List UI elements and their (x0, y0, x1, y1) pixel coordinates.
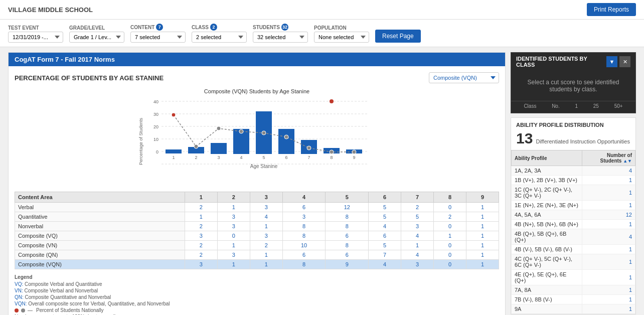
ability-profile-label: 7B (V-), 8B (V-) (512, 295, 582, 304)
grade-level-select[interactable]: Grade 1 / Lev... (69, 32, 124, 43)
table-cell: 0 (217, 231, 250, 241)
ability-profile-count: 1 (582, 254, 635, 270)
right-panel: IDENTIFIED STUDENTS BY CLASS ▼ ✕ Select … (511, 52, 636, 315)
table-cell: 4 (401, 231, 434, 241)
ability-profile-count: 1 (582, 285, 635, 295)
students-badge: 32 (281, 24, 288, 31)
table-cell: 1 (250, 222, 282, 231)
col-50plus: 50+ (614, 103, 623, 109)
ability-table: Ability Profile Number of Students ▲▼ 1A… (511, 150, 635, 314)
ability-profile-label: 4B (Q+), 5B (Q+), 6B (Q+) (512, 229, 582, 245)
col-no: No. (552, 103, 560, 109)
svg-text:2: 2 (195, 155, 197, 160)
table-cell: 1 (250, 250, 282, 260)
table-cell: 8 (326, 241, 369, 250)
col-header-content: Content Area (15, 192, 185, 203)
list-item: 1B (V+), 2B (V+), 3B (V+)1 (512, 176, 635, 185)
table-row-label: Composite (VQ) (15, 231, 185, 241)
ability-profile-label: 4B (V-), 5B (V-), 6B (V-) (512, 245, 582, 254)
class-label: CLASS 2 (192, 24, 247, 31)
ability-profile-count: 12 (582, 210, 635, 220)
class-filter: CLASS 2 2 selected (192, 24, 247, 43)
list-item: 4A, 5A, 6A12 (512, 210, 635, 220)
class-select[interactable]: 2 selected (192, 32, 247, 43)
chart-dropdown[interactable]: Composite (VQN) Verbal Quantitative Nonv… (429, 72, 499, 83)
content-label: CONTENT 7 (130, 24, 186, 31)
svg-text:3: 3 (217, 155, 220, 160)
table-cell: 2 (185, 250, 217, 260)
table-cell: 8 (282, 222, 326, 231)
students-select[interactable]: 32 selected (253, 32, 308, 43)
svg-point-34 (239, 129, 243, 133)
table-cell: 1 (466, 203, 499, 212)
table-cell: 6 (282, 203, 326, 212)
panel-title: CogAT Form 7 - Fall 2017 Norms (9, 53, 505, 66)
col-1: 1 (575, 103, 578, 109)
legend-title: Legend (15, 274, 499, 280)
ability-profile-count: 1 (582, 185, 635, 201)
ability-count: 13 Differentiated Instruction Opportunit… (516, 130, 630, 147)
ability-profile-count: 1 (582, 304, 635, 314)
svg-text:9: 9 (353, 155, 355, 160)
school-name: VILLAGE MIDDLE SCHOOL (8, 6, 93, 14)
ability-profile-label: 4E (Q+), 5E (Q+), 6E (Q+) (512, 270, 582, 285)
table-cell: 3 (185, 260, 217, 269)
table-cell: 6 (369, 231, 401, 241)
svg-text:0: 0 (156, 149, 158, 154)
col-header-9: 9 (466, 192, 499, 203)
legend-line: — Percent of Students Nationally (15, 307, 104, 313)
table-row-label: Composite (QN) (15, 250, 185, 260)
table-cell: 3 (401, 222, 434, 231)
ability-panel: ABILITY PROFILE DISTRIBUTION 13 Differen… (511, 117, 636, 314)
table-cell: 4 (401, 250, 434, 260)
list-item: 4B (N+), 5B (N+), 6B (N+)1 (512, 220, 635, 229)
ability-profile-count: 1 (582, 220, 635, 229)
table-cell: 1 (466, 222, 499, 231)
identified-body: Select a cut score to see identified stu… (511, 71, 635, 101)
table-cell: 3 (217, 250, 250, 260)
legend-item-vn: VN: Composite Verbal and Nonverbal (15, 288, 499, 293)
ability-profile-count: 4 (582, 229, 635, 245)
print-reports-button[interactable]: Print Reports (587, 3, 636, 16)
table-cell: 6 (326, 231, 369, 241)
table-cell: 0 (434, 250, 466, 260)
close-icon-button[interactable]: ✕ (619, 56, 630, 67)
ability-profile-label: 1A, 2A, 3A (512, 166, 582, 176)
ability-desc: Differentiated Instruction Opportunities (536, 138, 630, 144)
test-event-label: TEST EVENT (8, 25, 63, 31)
reset-page-button[interactable]: Reset Page (375, 30, 421, 43)
content-select[interactable]: 7 selected (130, 32, 186, 43)
filter-icon-button[interactable]: ▼ (606, 56, 617, 67)
table-cell: 9 (326, 260, 369, 269)
top-bar: VILLAGE MIDDLE SCHOOL Print Reports (0, 0, 644, 20)
svg-point-40 (330, 99, 334, 103)
table-cell: 2 (185, 241, 217, 250)
table-cell: 0 (434, 203, 466, 212)
table-row-label: Nonverbal (15, 222, 185, 231)
students-filter: STUDENTS 32 32 selected (253, 24, 308, 43)
table-cell: 2 (185, 203, 217, 212)
table-cell: 0 (434, 222, 466, 231)
test-event-filter: TEST EVENT 12/31/2019 -... (8, 25, 63, 43)
col-25: 25 (593, 103, 599, 109)
svg-rect-14 (211, 143, 227, 154)
table-cell: 7 (369, 250, 401, 260)
svg-point-36 (284, 135, 288, 139)
population-label: POPULATION (314, 25, 369, 31)
population-select[interactable]: None selected (314, 32, 369, 43)
filter-bar: TEST EVENT 12/31/2019 -... GRADE/LEVEL G… (0, 20, 644, 47)
table-cell: 5 (369, 212, 401, 222)
svg-text:20: 20 (153, 124, 158, 129)
list-item: 1E (N+), 2E (N+), 3E (N+)1 (512, 201, 635, 210)
table-cell: 5 (369, 203, 401, 212)
table-cell: 3 (250, 231, 282, 241)
svg-text:7: 7 (307, 155, 310, 160)
ability-profile-count: 1 (582, 176, 635, 185)
svg-text:5: 5 (262, 155, 265, 160)
ability-profile-count: 1 (582, 295, 635, 304)
list-item: 4C (Q+ V-), 5C (Q+ V-), 6C (Q+ V-)1 (512, 254, 635, 270)
table-cell: 1 (466, 231, 499, 241)
table-cell: 1 (185, 212, 217, 222)
test-event-select[interactable]: 12/31/2019 -... (8, 32, 63, 43)
table-cell: 8 (326, 222, 369, 231)
